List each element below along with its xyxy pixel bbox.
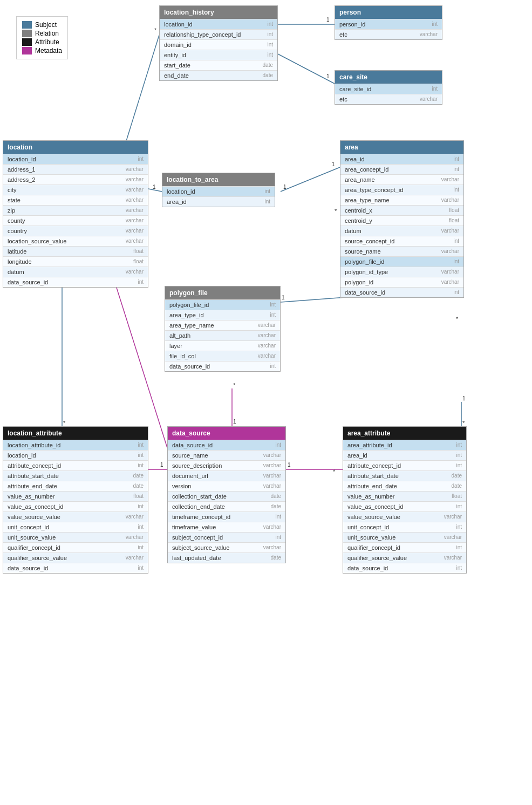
legend-label-relation: Relation (35, 30, 59, 37)
table-row: countyvarchar (3, 215, 148, 226)
table-row: area_type_idint (165, 310, 280, 320)
legend-label-metadata: Metadata (35, 47, 62, 54)
table-row: polygon_idvarchar (340, 277, 463, 287)
svg-text:*: * (456, 316, 459, 322)
table-row: qualifier_concept_idint (343, 542, 466, 552)
legend-color-subject (22, 21, 32, 29)
table-row: subject_source_valuevarchar (168, 542, 285, 552)
table-row: attribute_end_datedate (3, 481, 148, 491)
table-row: zipvarchar (3, 205, 148, 215)
table-row: data_source_idint (165, 361, 280, 371)
legend-item-attribute: Attribute (22, 38, 62, 46)
table-header-area-attribute: area_attribute (343, 427, 466, 440)
table-row: value_as_numberfloat (343, 491, 466, 501)
table-row: source_namevarchar (168, 450, 285, 460)
table-row: attribute_start_datedate (3, 470, 148, 481)
table-row: document_urlvarchar (168, 470, 285, 481)
table-row: location_idint (3, 450, 148, 460)
table-row: area_attribute_idint (343, 440, 466, 450)
table-row: timeframe_concept_idint (168, 511, 285, 522)
table-row: value_as_numberfloat (3, 491, 148, 501)
table-row: last_updated_datedate (168, 552, 285, 563)
table-care-site: care_site care_site_idint etcvarchar (335, 70, 442, 105)
table-row: centroid_xfloat (340, 205, 463, 215)
table-row: area_idint (343, 450, 466, 460)
table-row: data_source_idint (343, 563, 466, 573)
table-row: data_source_idint (3, 277, 148, 287)
table-row: entity_idint (160, 50, 277, 60)
legend-label-subject: Subject (35, 21, 57, 29)
table-row: attribute_concept_idint (3, 460, 148, 470)
svg-text:1: 1 (326, 73, 330, 79)
table-row: statevarchar (3, 195, 148, 205)
table-location-to-area: location_to_area location_idint area_idi… (162, 173, 275, 207)
svg-text:1: 1 (288, 462, 291, 468)
table-row: location_source_valuevarchar (3, 236, 148, 246)
table-location: location location_idint address_1varchar… (3, 140, 148, 288)
svg-text:1: 1 (282, 295, 285, 301)
table-row: etcvarchar (335, 29, 442, 39)
table-row: file_id_colvarchar (165, 351, 280, 361)
table-row: value_as_concept_idint (343, 501, 466, 511)
table-row: area_type_concept_idint (340, 185, 463, 195)
table-row: start_datedate (160, 60, 277, 70)
svg-text:*: * (154, 28, 156, 33)
table-row: unit_source_valuevarchar (3, 532, 148, 542)
table-row: attribute_start_datedate (343, 470, 466, 481)
svg-text:1: 1 (153, 184, 156, 190)
table-row: area_idint (162, 196, 275, 207)
table-person: person person_idint etcvarchar (335, 5, 442, 40)
table-row: collection_start_datedate (168, 491, 285, 501)
table-area: area area_idint area_concept_idint area_… (340, 140, 464, 298)
table-polygon-file: polygon_file polygon_file_idint area_typ… (165, 286, 281, 372)
table-row: layervarchar (165, 340, 280, 351)
table-row: qualifier_source_valuevarchar (343, 552, 466, 563)
table-row: relationship_type_concept_idint (160, 29, 277, 39)
svg-text:*: * (335, 208, 337, 214)
table-row: polygon_file_idint (165, 299, 280, 310)
table-row: source_concept_idint (340, 236, 463, 246)
svg-line-2 (278, 54, 335, 84)
svg-text:*: * (462, 420, 465, 426)
svg-text:*: * (233, 382, 236, 388)
relationship-lines: 1 1 * 1 1 1 1 1 * 1 1 * * 1 * 1 1 (0, 0, 532, 805)
table-row: data_source_idint (3, 563, 148, 573)
svg-text:1: 1 (283, 184, 287, 190)
table-row: subject_concept_idint (168, 532, 285, 542)
svg-text:1: 1 (160, 462, 163, 468)
table-row: unit_source_valuevarchar (343, 532, 466, 542)
svg-text:1: 1 (462, 395, 466, 401)
table-header-location-to-area: location_to_area (162, 173, 275, 186)
table-row: location_attribute_idint (3, 440, 148, 450)
table-row: latitudefloat (3, 246, 148, 256)
table-row: value_source_valuevarchar (3, 511, 148, 522)
table-header-data-source: data_source (168, 427, 285, 440)
legend-color-attribute (22, 38, 32, 46)
table-header-location-history: location_history (160, 6, 277, 19)
table-row: timeframe_valuevarchar (168, 522, 285, 532)
table-row: area_concept_idint (340, 164, 463, 174)
table-data-source: data_source data_source_idint source_nam… (167, 426, 286, 563)
table-row: area_type_namevarchar (165, 320, 280, 330)
table-row: unit_concept_idint (343, 522, 466, 532)
table-row: area_idint (340, 154, 463, 164)
table-row: polygon_file_idint (340, 256, 463, 267)
table-row: polygon_id_typevarchar (340, 267, 463, 277)
legend: Subject Relation Attribute Metadata (16, 16, 68, 59)
legend-item-relation: Relation (22, 30, 62, 37)
svg-text:1: 1 (332, 161, 335, 167)
table-header-location-attribute: location_attribute (3, 427, 148, 440)
svg-line-4 (121, 35, 159, 156)
table-row: source_descriptionvarchar (168, 460, 285, 470)
table-row: alt_pathvarchar (165, 330, 280, 340)
table-row: unit_concept_idint (3, 522, 148, 532)
svg-text:1: 1 (233, 419, 236, 425)
svg-text:1: 1 (326, 17, 330, 23)
legend-label-attribute: Attribute (35, 38, 59, 46)
table-row: centroid_yfloat (340, 215, 463, 226)
table-row: area_type_namevarchar (340, 195, 463, 205)
legend-color-metadata (22, 47, 32, 54)
legend-color-relation (22, 30, 32, 37)
table-row: datumvarchar (340, 226, 463, 236)
table-header-person: person (335, 6, 442, 19)
